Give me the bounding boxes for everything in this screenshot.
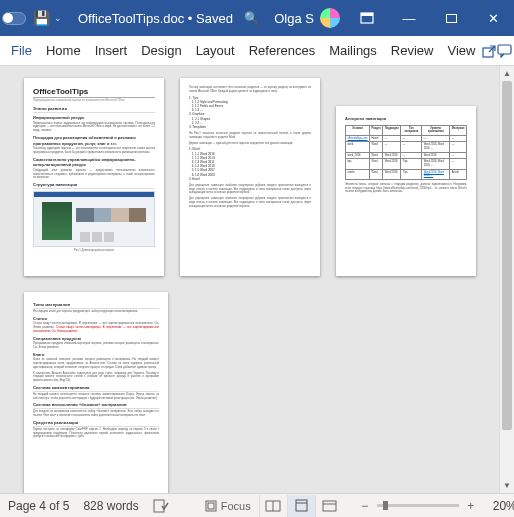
p1-sec4: Самостоятельно управляющийся информацион…	[33, 157, 155, 168]
p1-title: OfficeToolTips	[33, 86, 155, 98]
tab-insert[interactable]: Insert	[88, 36, 135, 66]
qat-dropdown-icon[interactable]: ⌄	[54, 13, 70, 23]
maximize-button[interactable]	[430, 0, 472, 36]
page-thumbnail-3[interactable]: Алгоритм навигации УсловиеРаздел Подразд…	[336, 106, 476, 276]
tab-references[interactable]: References	[242, 36, 322, 66]
focus-mode-button[interactable]: Focus	[197, 495, 259, 517]
tab-view[interactable]: View	[440, 36, 482, 66]
tab-home[interactable]: Home	[39, 36, 88, 66]
p1-sec1: Этапы развития	[33, 106, 155, 113]
page-thumbnail-1[interactable]: OfficeToolTips Информационно-справочный …	[24, 78, 164, 276]
read-mode-button[interactable]	[259, 495, 287, 517]
minimize-button[interactable]: —	[388, 0, 430, 36]
share-icon	[482, 44, 497, 58]
minimize-icon: —	[403, 11, 416, 26]
p1-screenshot-figure	[33, 191, 155, 247]
word-count[interactable]: 828 words	[83, 499, 138, 513]
search-button[interactable]: 🔍	[234, 0, 268, 36]
svg-rect-6	[208, 503, 214, 509]
maximize-icon	[446, 14, 457, 23]
zoom-slider[interactable]	[377, 504, 459, 507]
account-button[interactable]: Olga S	[268, 8, 346, 28]
print-layout-button[interactable]	[287, 495, 315, 517]
page-thumbnail-2[interactable]: Основу навигации составляет пять основны…	[180, 78, 320, 276]
spellcheck-icon	[153, 499, 169, 513]
zoom-control: − +	[357, 499, 479, 513]
spellcheck-button[interactable]	[153, 499, 169, 513]
statusbar: Page 4 of 5 828 words Focus − + 20%	[0, 493, 514, 517]
p1-sec3: Площадка для размещения объявлений и рек…	[33, 135, 155, 146]
save-state-label: Saved	[196, 11, 233, 26]
tab-layout[interactable]: Layout	[189, 36, 242, 66]
page-thumbnail-4[interactable]: Типы материалов На текущем этапе для пор…	[24, 292, 168, 493]
read-mode-icon	[265, 500, 281, 512]
p4-h1: Типы материалов	[33, 302, 159, 309]
tab-review[interactable]: Review	[384, 36, 441, 66]
svg-rect-1	[361, 13, 373, 16]
print-layout-icon	[295, 499, 308, 512]
zoom-level[interactable]: 20%	[493, 499, 514, 513]
document-title: OfficeToolTips.doc • Saved ▾	[70, 11, 234, 26]
tab-design[interactable]: Design	[134, 36, 188, 66]
focus-icon	[205, 500, 217, 512]
page-indicator[interactable]: Page 4 of 5	[8, 499, 69, 513]
ribbon-tabs: File Home Insert Design Layout Reference…	[0, 36, 514, 66]
zoom-out-button[interactable]: −	[357, 499, 373, 513]
close-icon: ✕	[488, 11, 499, 26]
p1-subtitle: Информационно-справочный портал по возмо…	[33, 99, 155, 103]
scroll-down-button[interactable]: ▼	[500, 478, 514, 493]
scroll-track[interactable]	[500, 81, 514, 478]
search-icon: 🔍	[244, 11, 259, 25]
svg-rect-3	[498, 45, 511, 54]
p3-nav-table: УсловиеРаздел ПодразделТип материала Уро…	[345, 125, 467, 180]
scroll-thumb[interactable]	[502, 81, 512, 430]
document-canvas: OfficeToolTips Информационно-справочный …	[0, 66, 514, 493]
ribbon-options-button[interactable]	[346, 0, 388, 36]
p1-sec5: Структура навигации	[33, 182, 155, 189]
vertical-scrollbar[interactable]: ▲ ▼	[499, 66, 514, 493]
view-buttons: Focus	[197, 495, 343, 517]
avatar-icon	[320, 8, 340, 28]
filename-label: OfficeToolTips.doc	[78, 11, 184, 26]
close-button[interactable]: ✕	[472, 0, 514, 36]
tab-mailings[interactable]: Mailings	[322, 36, 384, 66]
titlebar: 💾 ⌄ OfficeToolTips.doc • Saved ▾ 🔍 Olga …	[0, 0, 514, 36]
zoom-in-button[interactable]: +	[463, 499, 479, 513]
share-button[interactable]	[482, 44, 497, 58]
tab-file[interactable]: File	[4, 36, 39, 66]
page-thumbnails-area[interactable]: OfficeToolTips Информационно-справочный …	[0, 66, 514, 493]
web-layout-button[interactable]	[315, 495, 343, 517]
ribbon-icon	[360, 12, 374, 24]
p3-title: Алгоритм навигации	[345, 116, 467, 122]
scroll-up-button[interactable]: ▲	[500, 66, 514, 81]
svg-rect-9	[296, 500, 307, 511]
svg-rect-11	[323, 501, 336, 511]
user-name-label: Olga S	[274, 11, 314, 26]
comments-icon	[497, 44, 512, 58]
comments-button[interactable]	[497, 44, 512, 58]
save-icon[interactable]: 💾	[28, 10, 54, 26]
p1-sec2: Информационный ресурс	[33, 115, 155, 121]
web-layout-icon	[322, 500, 337, 512]
autosave-toggle[interactable]	[0, 12, 28, 25]
